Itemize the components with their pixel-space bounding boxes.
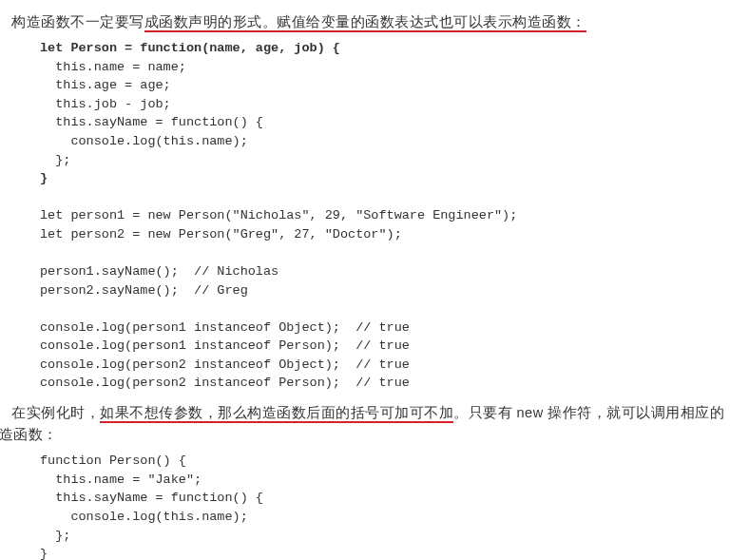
paragraph-1: 构造函数不一定要写成函数声明的形式。赋值给变量的函数表达式也可以表示构造函数： (11, 11, 738, 33)
para2-underlined: 如果不想传参数，那么构造函数后面的括号可加可不加 (100, 405, 453, 423)
code1-l04: this.job - job; (40, 97, 171, 111)
code1-l03: this.age = age; (40, 78, 171, 92)
para1-lead: 构造函数不一定要写 (11, 14, 144, 29)
code1-l07: }; (40, 153, 70, 167)
code1-l18: console.log(person2 instanceof Object); … (40, 357, 410, 372)
code1-l17: console.log(person1 instanceof Person); … (40, 338, 410, 353)
code2-l02: this.name = "Jake"; (40, 473, 202, 487)
code1-l16: console.log(person1 instanceof Object); … (40, 320, 410, 335)
code1-l05: this.sayName = function() { (40, 115, 263, 129)
code2-l06: } (40, 547, 48, 560)
code1-l14: person2.sayName(); // Greg (40, 283, 248, 298)
code2-l01: function Person() { (40, 454, 186, 468)
code-block-1: let Person = function(name, age, job) { … (40, 39, 738, 393)
code2-l04: console.log(this.name); (40, 510, 248, 524)
code1-l13: person1.sayName(); // Nicholas (40, 264, 278, 279)
code1-l19: console.log(person2 instanceof Person); … (40, 376, 410, 390)
code1-l01: let Person = function(name, age, job) { (40, 41, 340, 55)
paragraph-2: 在实例化时，如果不想传参数，那么构造函数后面的括号可加可不加。只要有 new 操… (0, 402, 738, 446)
code1-l11: let person2 = new Person("Greg", 27, "Do… (40, 227, 402, 241)
code2-l05: }; (40, 529, 70, 543)
code1-l10: let person1 = new Person("Nicholas", 29,… (40, 208, 517, 222)
para2-lead: 在实例化时， (11, 405, 100, 420)
code2-l03: this.sayName = function() { (40, 491, 263, 505)
code1-l06: console.log(this.name); (40, 134, 248, 148)
para1-underlined: 成函数声明的形式。赋值给变量的函数表达式也可以表示构造函数： (144, 14, 586, 32)
code1-l02: this.name = name; (40, 60, 186, 74)
code-block-2: function Person() { this.name = "Jake"; … (40, 452, 738, 560)
code1-l08: } (40, 171, 48, 185)
